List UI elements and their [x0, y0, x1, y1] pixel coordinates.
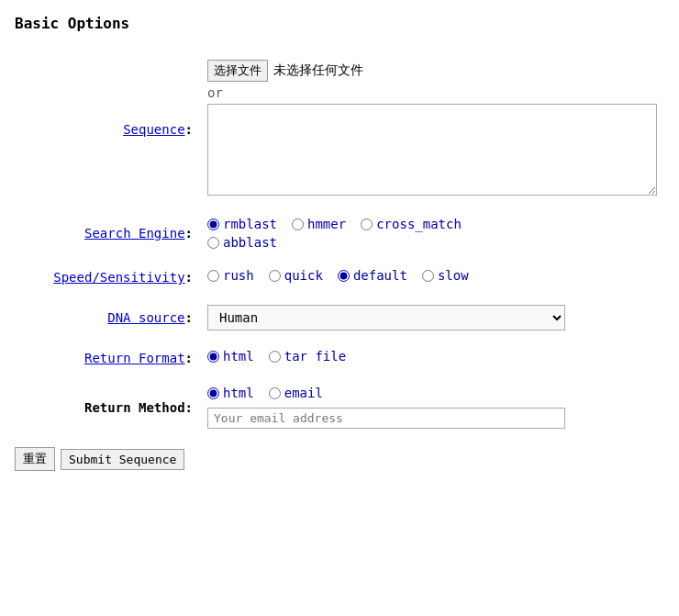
format-html-label[interactable]: html: [223, 349, 254, 364]
dna-source-link[interactable]: DNA source: [107, 310, 184, 325]
hmmer-label[interactable]: hmmer: [307, 217, 346, 231]
method-html-option: html: [207, 386, 254, 400]
search-engine-row1: rmblast hmmer cross_match: [207, 217, 657, 231]
rush-radio[interactable]: [207, 270, 219, 282]
hmmer-radio[interactable]: [292, 218, 304, 230]
sequence-label-cell: Sequence:: [15, 50, 200, 207]
speed-label-cell: Speed/Sensitivity:: [15, 259, 200, 296]
speed-options-row: rush quick default slow: [207, 268, 657, 283]
rush-label[interactable]: rush: [223, 268, 254, 283]
default-option: default: [338, 268, 407, 283]
sequence-content: 选择文件 未选择任何文件 or: [200, 50, 664, 207]
rmblast-radio[interactable]: [207, 218, 219, 230]
cross-match-option: cross_match: [361, 217, 462, 231]
sequence-textarea[interactable]: [207, 104, 657, 196]
quick-option: quick: [269, 268, 323, 283]
quick-radio[interactable]: [269, 270, 281, 282]
file-upload-row: 选择文件 未选择任何文件: [207, 60, 657, 82]
rmblast-label[interactable]: rmblast: [223, 217, 277, 231]
return-method-label-cell: Return Method:: [15, 376, 200, 438]
abblast-radio[interactable]: [207, 237, 219, 249]
search-engine-link[interactable]: Search Engine: [84, 226, 185, 241]
sequence-link[interactable]: Sequence: [123, 122, 184, 137]
slow-radio[interactable]: [422, 270, 434, 282]
page-title: Basic Options: [15, 15, 664, 32]
reset-button[interactable]: 重置: [15, 447, 55, 471]
return-format-content: html tar file: [200, 340, 664, 376]
or-text: or: [207, 85, 657, 100]
default-label[interactable]: default: [353, 268, 407, 283]
format-html-radio[interactable]: [207, 351, 219, 363]
abblast-option: abblast: [207, 235, 277, 250]
format-html-option: html: [207, 349, 254, 364]
slow-label[interactable]: slow: [438, 268, 469, 283]
email-input[interactable]: [207, 408, 565, 429]
method-email-radio[interactable]: [269, 387, 281, 399]
default-radio[interactable]: [338, 270, 350, 282]
cross-match-radio[interactable]: [361, 218, 373, 230]
speed-content: rush quick default slow: [200, 259, 664, 296]
method-html-label[interactable]: html: [223, 386, 254, 400]
method-html-radio[interactable]: [207, 387, 219, 399]
sequence-row: Sequence: 选择文件 未选择任何文件 or: [15, 50, 664, 207]
speed-link[interactable]: Speed/Sensitivity: [53, 270, 184, 285]
file-choose-button[interactable]: 选择文件: [207, 60, 268, 82]
basic-options-form: Sequence: 选择文件 未选择任何文件 or Search Engine:…: [15, 50, 664, 438]
format-tar-option: tar file: [269, 349, 346, 364]
return-method-row: Return Method: html email: [15, 376, 664, 438]
dna-source-select[interactable]: Human Mouse Rat Other: [207, 305, 565, 330]
rmblast-option: rmblast: [207, 217, 277, 231]
return-format-row: Return Format: html tar file: [15, 340, 664, 376]
method-email-option: email: [269, 386, 323, 400]
dna-source-row: DNA source: Human Mouse Rat Other: [15, 296, 664, 340]
return-format-options: html tar file: [207, 349, 657, 364]
search-engine-row2: abblast: [207, 235, 657, 250]
submit-button[interactable]: Submit Sequence: [61, 449, 184, 470]
return-method-content: html email: [200, 376, 664, 438]
speed-row: Speed/Sensitivity: rush quick default: [15, 259, 664, 296]
search-engine-content: rmblast hmmer cross_match abblast: [200, 207, 664, 259]
return-format-label-cell: Return Format:: [15, 340, 200, 376]
hmmer-option: hmmer: [292, 217, 346, 231]
return-format-link[interactable]: Return Format: [84, 351, 185, 365]
abblast-label[interactable]: abblast: [223, 235, 277, 250]
bottom-buttons: 重置 Submit Sequence: [15, 447, 664, 471]
slow-option: slow: [422, 268, 469, 283]
no-file-text: 未选择任何文件: [273, 62, 363, 79]
method-email-label[interactable]: email: [284, 386, 323, 400]
format-tar-label[interactable]: tar file: [284, 349, 346, 364]
format-tar-radio[interactable]: [269, 351, 281, 363]
dna-source-content: Human Mouse Rat Other: [200, 296, 664, 340]
return-method-inner: html email: [207, 386, 657, 429]
rush-option: rush: [207, 268, 254, 283]
search-engine-row: Search Engine: rmblast hmmer cross_match: [15, 207, 664, 259]
search-engine-label-cell: Search Engine:: [15, 207, 200, 259]
quick-label[interactable]: quick: [284, 268, 323, 283]
dna-source-label-cell: DNA source:: [15, 296, 200, 340]
cross-match-label[interactable]: cross_match: [376, 217, 462, 231]
return-method-options: html email: [207, 386, 657, 400]
return-method-label: Return Method: [84, 400, 185, 415]
